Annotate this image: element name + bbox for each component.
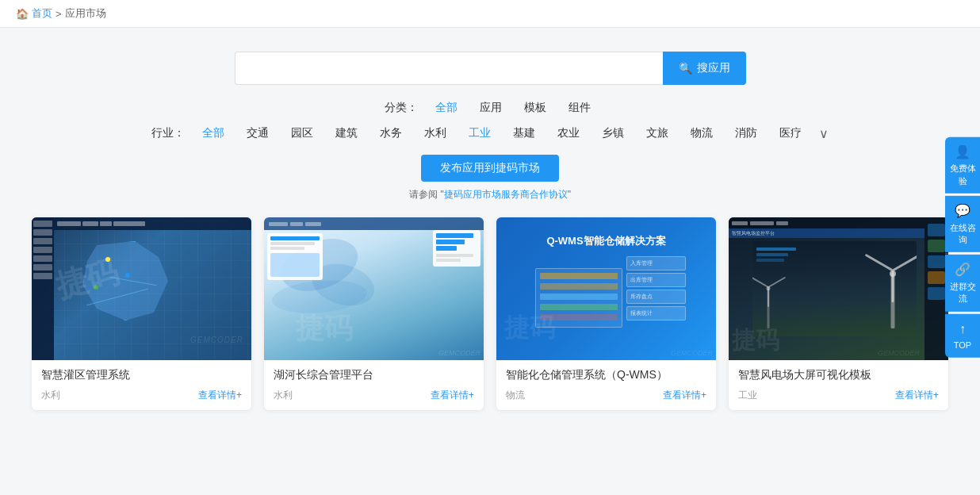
group-icon: 🔗: [948, 261, 977, 278]
industry-filter-label: 行业：: [151, 126, 185, 140]
card-1-detail[interactable]: 查看详情+: [198, 389, 242, 402]
expand-icon[interactable]: ∨: [819, 126, 829, 141]
user-icon: 👤: [948, 144, 977, 161]
chat-icon: 💬: [948, 202, 977, 220]
search-input[interactable]: [235, 52, 663, 85]
filter-industry-logistics[interactable]: 物流: [686, 125, 718, 142]
search-area: 🔍 搜应用: [32, 52, 948, 85]
cards-grid: 捷码 GEMCODER 智慧灌区管理系统 水利 查看详情+: [32, 217, 948, 410]
home-icon: 🏠: [16, 8, 29, 20]
card-3: Q-WMS智能仓储解决方案: [496, 217, 716, 410]
card-1-tag: 水利: [41, 389, 60, 402]
filter-industry-town[interactable]: 乡镇: [597, 125, 629, 142]
filter-industry-infrastructure[interactable]: 基建: [508, 125, 540, 142]
publish-button[interactable]: 发布应用到捷码市场: [421, 155, 559, 182]
filter-industry-water[interactable]: 水务: [375, 125, 407, 142]
filter-industry-industry[interactable]: 工业: [464, 125, 496, 142]
filter-category-component[interactable]: 组件: [564, 99, 595, 117]
top-icon: ↑: [948, 320, 977, 337]
card-2-tag: 水利: [274, 389, 293, 402]
card-2: GEMCODER 捷码 湖河长综合管理平台 水利 查看详情+: [264, 217, 484, 410]
card-3-footer: 物流 查看详情+: [506, 389, 706, 402]
publish-note-prefix: 请参阅 ": [409, 189, 444, 200]
card-1-title: 智慧灌区管理系统: [41, 368, 242, 382]
category-filter-row: 分类： 全部 应用 模板 组件: [32, 99, 948, 117]
filter-category-template[interactable]: 模板: [519, 99, 551, 117]
filter-industry-park[interactable]: 园区: [286, 125, 318, 142]
search-icon: 🔍: [679, 62, 692, 75]
card-3-detail[interactable]: 查看详情+: [663, 389, 706, 402]
float-btn-top-label: TOP: [954, 340, 971, 350]
filter-industry-all[interactable]: 全部: [197, 125, 229, 142]
main-content: 🔍 搜应用 分类： 全部 应用 模板 组件 行业： 全部 交通 园区 建筑 水务…: [0, 28, 980, 426]
card-1: 捷码 GEMCODER 智慧灌区管理系统 水利 查看详情+: [32, 217, 251, 410]
filter-industry-tourism[interactable]: 文旅: [641, 125, 673, 142]
filter-category-app[interactable]: 应用: [475, 99, 507, 117]
breadcrumb-home[interactable]: 首页: [32, 6, 52, 21]
card-4-footer: 工业 查看详情+: [738, 389, 939, 402]
filter-category-all[interactable]: 全部: [431, 99, 462, 117]
filter-industry-fire[interactable]: 消防: [730, 125, 762, 142]
wms-title: Q-WMS智能仓储解决方案: [546, 234, 665, 248]
card-3-thumb: Q-WMS智能仓储解决方案: [496, 217, 716, 360]
filter-industry-medical[interactable]: 医疗: [775, 125, 806, 142]
float-btn-trial[interactable]: 👤 免费体验: [945, 137, 980, 194]
search-button-label: 搜应用: [697, 61, 730, 75]
card-2-footer: 水利 查看详情+: [274, 389, 474, 402]
card-2-thumb: GEMCODER 捷码: [264, 217, 484, 360]
card-4-thumb: 智慧风电场监控平台: [729, 217, 948, 360]
card-1-info: 智慧灌区管理系统 水利 查看详情+: [32, 360, 251, 410]
card-3-title: 智能化仓储管理系统（Q-WMS）: [506, 368, 706, 382]
breadcrumb-sep: >: [56, 8, 62, 20]
filter-industry-building[interactable]: 建筑: [331, 125, 362, 142]
float-btn-consult[interactable]: 💬 在线咨询: [945, 196, 980, 252]
float-btn-consult-label: 在线咨询: [950, 222, 976, 244]
card-4-detail[interactable]: 查看详情+: [895, 389, 939, 402]
filter-industry-traffic[interactable]: 交通: [242, 125, 274, 142]
float-buttons: 👤 免费体验 💬 在线咨询 🔗 进群交流 ↑ TOP: [945, 137, 980, 358]
breadcrumb-bar: 🏠 首页 > 应用市场: [0, 0, 980, 28]
card-3-info: 智能化仓储管理系统（Q-WMS） 物流 查看详情+: [496, 360, 716, 410]
card-2-title: 湖河长综合管理平台: [274, 368, 474, 382]
card-4-info: 智慧风电场大屏可视化模板 工业 查看详情+: [729, 360, 948, 410]
industry-filter-row: 行业： 全部 交通 园区 建筑 水务 水利 工业 基建 农业 乡镇 文旅 物流 …: [32, 125, 948, 142]
card-4: 智慧风电场监控平台: [729, 217, 948, 410]
card-1-footer: 水利 查看详情+: [41, 389, 242, 402]
filter-industry-hydraulic[interactable]: 水利: [419, 125, 451, 142]
breadcrumb-current: 应用市场: [65, 6, 106, 21]
float-btn-group[interactable]: 🔗 进群交流: [945, 255, 980, 311]
card-1-thumb: 捷码 GEMCODER: [32, 217, 251, 360]
card-3-tag: 物流: [506, 389, 525, 402]
float-btn-top[interactable]: ↑ TOP: [945, 313, 980, 358]
category-filter-label: 分类：: [385, 101, 418, 115]
filter-industry-agriculture[interactable]: 农业: [553, 125, 584, 142]
card-4-tag: 工业: [738, 389, 757, 402]
search-input-wrap: [235, 52, 663, 85]
publish-area: 发布应用到捷码市场 请参阅 "捷码应用市场服务商合作协议": [32, 155, 948, 201]
publish-note-link[interactable]: 捷码应用市场服务商合作协议: [444, 189, 568, 200]
float-btn-group-label: 进群交流: [950, 282, 976, 303]
publish-note-suffix: ": [568, 189, 571, 200]
search-button[interactable]: 🔍 搜应用: [663, 52, 746, 85]
card-2-detail[interactable]: 查看详情+: [431, 389, 474, 402]
float-btn-trial-label: 免费体验: [950, 163, 976, 185]
card-2-info: 湖河长综合管理平台 水利 查看详情+: [264, 360, 484, 410]
card-4-title: 智慧风电场大屏可视化模板: [738, 368, 939, 382]
publish-note: 请参阅 "捷码应用市场服务商合作协议": [409, 188, 571, 201]
